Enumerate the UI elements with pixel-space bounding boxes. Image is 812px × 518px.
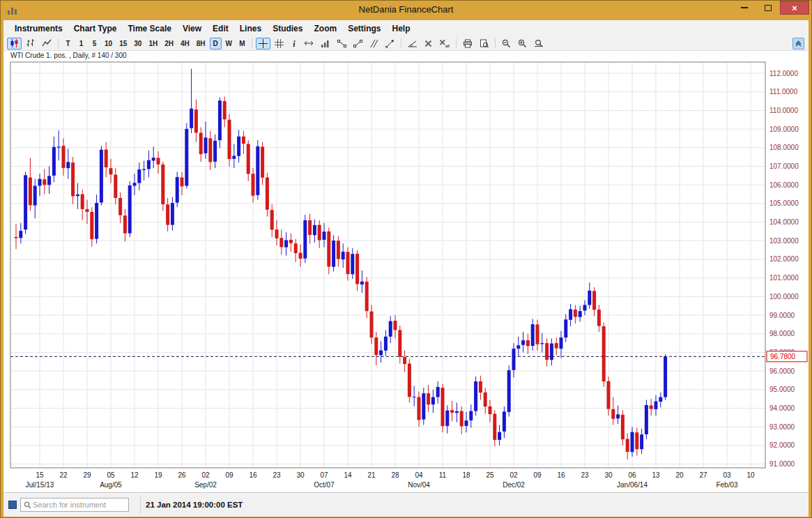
titlebar[interactable]: NetDania FinanceChart × [1,1,811,20]
menu-item-time-scale[interactable]: Time Scale [122,22,176,36]
toolbar-button-label: D [213,40,217,47]
zoom-in-button[interactable] [515,38,530,49]
search-icon [24,501,31,509]
zoom-reset-icon [534,39,544,48]
timescale-30m[interactable]: 30 [131,38,144,49]
timescale-15m[interactable]: 15 [116,38,130,49]
minimize-button[interactable] [733,1,756,15]
delete-all-lines-button[interactable]: all [436,38,452,49]
menu-item-zoom[interactable]: Zoom [308,22,342,36]
timescale-10m[interactable]: 10 [102,38,115,49]
instrument-panel-button[interactable] [792,38,804,49]
timescale-daily[interactable]: D [210,38,222,49]
svg-text:91.0000: 91.0000 [769,460,795,468]
menu-item-view[interactable]: View [177,22,207,36]
svg-text:09: 09 [225,471,233,479]
price-chart[interactable]: 91.000092.000093.000094.000095.000096.00… [3,51,810,492]
delete-line-button[interactable] [422,38,435,49]
toolbar-button-label: T [66,40,70,47]
svg-text:all: all [445,44,450,48]
svg-text:103.0000: 103.0000 [769,237,799,245]
angle-lines-button[interactable] [405,38,420,49]
timescale-weekly[interactable]: W [223,38,235,49]
horizontal-scroll-icon [304,39,314,47]
timescale-2h[interactable]: 2H [162,38,176,49]
svg-text:09: 09 [533,471,542,479]
svg-text:96.7800: 96.7800 [770,353,796,360]
delete-all-icon: all [439,39,450,47]
info-icon: i [291,39,297,48]
panel-toggle-icon [795,40,802,47]
menu-item-instruments[interactable]: Instruments [9,22,68,36]
timescale-1m[interactable]: 1 [75,38,87,49]
timescale-monthly[interactable]: M [236,38,248,49]
toolbar-button-label: 1 [79,40,84,47]
toolbar-button-label: 10 [105,40,112,47]
crosshair-button[interactable] [256,38,270,49]
trendline-up-button[interactable] [351,38,365,49]
timescale-8h[interactable]: 8H [194,38,208,49]
search-input[interactable] [31,500,125,510]
svg-text:27: 27 [699,471,707,479]
status-square-icon [8,501,17,509]
svg-text:05: 05 [107,471,115,479]
svg-text:21: 21 [367,471,376,479]
parallel-lines-button[interactable] [367,38,381,49]
toolbar-button-label: 2H [164,40,174,47]
ray-line-button[interactable] [383,38,397,49]
menu-item-edit[interactable]: Edit [207,22,234,36]
toolbar-separator [495,38,496,48]
svg-text:25: 25 [486,471,494,479]
trendline-down-button[interactable] [335,38,349,49]
toolbar: T151015301H2H4H8HDWMiall [3,36,809,51]
zoom-out-button[interactable] [499,38,514,49]
print-button[interactable] [460,38,475,49]
menu-item-chart-type[interactable]: Chart Type [68,22,123,36]
crosshair-icon [259,39,268,48]
maximize-button[interactable] [756,1,780,15]
grid-toggle-button[interactable] [272,38,286,49]
svg-text:105.0000: 105.0000 [769,199,799,207]
instrument-label: WTI Crude 1. pos. , Daily, # 140 / 300 [10,52,127,59]
menu-item-lines[interactable]: Lines [234,22,267,36]
svg-text:12: 12 [130,471,139,479]
timescale-5m[interactable]: 5 [89,38,100,49]
chart-type-bars-button[interactable] [23,38,38,49]
svg-text:104.0000: 104.0000 [769,218,799,226]
chart-type-candlestick-button[interactable] [7,38,22,49]
info-button[interactable]: i [288,38,300,49]
search-box[interactable] [20,498,129,512]
svg-text:28: 28 [391,471,399,479]
chart-type-line-button[interactable] [39,38,54,49]
svg-text:02: 02 [510,471,518,479]
menu-item-help[interactable]: Help [386,22,415,36]
toolbar-button-label: 1H [148,40,158,47]
menu-item-settings[interactable]: Settings [342,22,386,36]
svg-text:112.0000: 112.0000 [769,70,798,77]
menu-item-studies[interactable]: Studies [267,22,308,36]
svg-text:19: 19 [154,471,162,479]
line-chart-icon [42,38,52,48]
svg-text:14: 14 [344,471,352,479]
svg-text:30: 30 [604,471,613,479]
svg-text:30: 30 [296,471,305,479]
status-divider [140,496,141,514]
scroll-chart-button[interactable] [301,38,316,49]
svg-text:94.0000: 94.0000 [769,404,795,412]
timescale-1h[interactable]: 1H [146,38,160,49]
volume-button[interactable] [318,38,333,49]
maximize-icon [765,5,772,11]
zoom-in-icon [518,39,527,48]
svg-text:99.0000: 99.0000 [769,312,795,319]
parallel-lines-icon [369,39,378,48]
close-button[interactable]: × [780,1,809,15]
svg-text:04: 04 [415,471,423,479]
timescale-tick[interactable]: T [62,38,74,49]
zoom-reset-button[interactable] [531,38,546,49]
timescale-4h[interactable]: 4H [178,38,192,49]
print-preview-button[interactable] [477,38,491,49]
toolbar-separator [58,38,59,48]
svg-text:07: 07 [320,471,328,479]
svg-text:26: 26 [178,471,186,479]
svg-text:i: i [293,39,296,48]
